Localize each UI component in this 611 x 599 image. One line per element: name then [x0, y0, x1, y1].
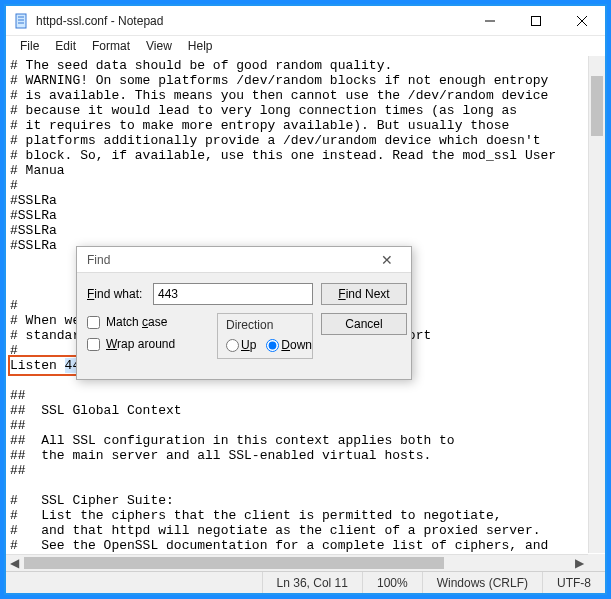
- maximize-button[interactable]: [513, 6, 559, 36]
- menu-view[interactable]: View: [138, 37, 180, 55]
- status-spacer: [6, 572, 263, 593]
- menubar: File Edit Format View Help: [6, 36, 605, 56]
- svg-rect-5: [532, 16, 541, 25]
- direction-group: Direction Up Down: [217, 313, 313, 359]
- svg-rect-0: [16, 14, 26, 28]
- horizontal-scroll-thumb[interactable]: [24, 557, 444, 569]
- status-eol: Windows (CRLF): [423, 572, 543, 593]
- horizontal-scrollbar[interactable]: ◀ ▶: [6, 554, 588, 571]
- cancel-button[interactable]: Cancel: [321, 313, 407, 335]
- window-title: httpd-ssl.conf - Notepad: [36, 14, 467, 28]
- titlebar: httpd-ssl.conf - Notepad: [6, 6, 605, 36]
- find-next-button[interactable]: Find Next: [321, 283, 407, 305]
- notepad-window: httpd-ssl.conf - Notepad File Edit Forma…: [6, 6, 605, 593]
- menu-format[interactable]: Format: [84, 37, 138, 55]
- close-button[interactable]: [559, 6, 605, 36]
- editor-area: # The seed data should be of good random…: [6, 56, 605, 571]
- vertical-scroll-thumb[interactable]: [591, 76, 603, 136]
- status-position: Ln 36, Col 11: [263, 572, 363, 593]
- statusbar: Ln 36, Col 11 100% Windows (CRLF) UTF-8: [6, 571, 605, 593]
- find-titlebar: Find ✕: [77, 247, 411, 273]
- direction-up-radio[interactable]: [226, 339, 239, 352]
- status-encoding: UTF-8: [543, 572, 605, 593]
- status-zoom: 100%: [363, 572, 423, 593]
- direction-down[interactable]: Down: [266, 338, 312, 352]
- wrap-around-input[interactable]: [87, 338, 100, 351]
- find-close-button[interactable]: ✕: [369, 252, 405, 268]
- scroll-left-arrow[interactable]: ◀: [6, 555, 23, 571]
- menu-edit[interactable]: Edit: [47, 37, 84, 55]
- notepad-icon: [14, 13, 30, 29]
- find-title: Find: [87, 253, 369, 267]
- minimize-button[interactable]: [467, 6, 513, 36]
- vertical-scrollbar[interactable]: [588, 56, 605, 553]
- direction-up[interactable]: Up: [226, 338, 256, 352]
- find-what-label: Find what:: [87, 287, 145, 301]
- scroll-right-arrow[interactable]: ▶: [571, 555, 588, 571]
- menu-file[interactable]: File: [12, 37, 47, 55]
- direction-down-radio[interactable]: [266, 339, 279, 352]
- match-case-input[interactable]: [87, 316, 100, 329]
- find-input[interactable]: [153, 283, 313, 305]
- menu-help[interactable]: Help: [180, 37, 221, 55]
- find-dialog: Find ✕ Find what: Find Next Match case W…: [76, 246, 412, 380]
- scroll-corner: [588, 554, 605, 571]
- direction-label: Direction: [226, 318, 304, 332]
